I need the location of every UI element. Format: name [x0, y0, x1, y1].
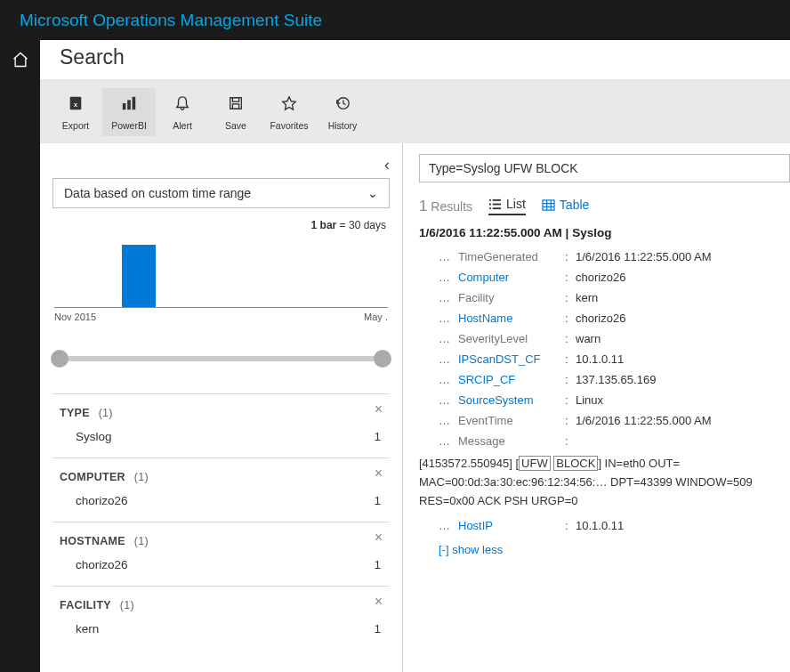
facet-close-icon[interactable]: × [375, 401, 383, 417]
field-key[interactable]: SRCIP_CF [458, 373, 565, 386]
facet-close-icon[interactable]: × [375, 530, 383, 546]
facet-value-label: chorizo26 [76, 558, 128, 571]
bar-chart [54, 237, 388, 308]
facet-value-label: Syslog [76, 430, 112, 443]
svg-rect-5 [230, 98, 242, 109]
facet-value-count: 1 [374, 430, 381, 443]
show-less-link[interactable]: [-] show less [439, 543, 790, 556]
field-actions-icon[interactable]: … [439, 373, 458, 386]
chevron-down-icon: ⌄ [367, 186, 378, 200]
time-range-select[interactable]: Data based on custom time range ⌄ [52, 178, 390, 208]
save-icon [228, 93, 244, 113]
field-actions-icon[interactable]: … [439, 271, 458, 284]
field-key[interactable]: Computer [458, 271, 565, 284]
export-icon: x [68, 93, 84, 113]
collapse-left-icon[interactable]: ‹ [52, 156, 390, 174]
app-title: Microsoft Operations Management Suite [0, 0, 790, 40]
record-field: …SeverityLevel:warn [419, 328, 790, 349]
record-message: [4153572.550945] [UFW BLOCK] IN=eth0 OUT… [419, 455, 790, 510]
record-field: …IPScanDST_CF:10.1.0.11 [419, 349, 790, 369]
facet-value-label: chorizo26 [76, 494, 128, 507]
field-actions-icon[interactable]: … [439, 393, 458, 407]
search-query-input[interactable]: Type=Syslog UFW BLOCK [419, 154, 790, 182]
field-value: chorizo26 [576, 312, 790, 325]
svg-rect-2 [123, 103, 126, 109]
record-field: …HostName:chorizo26 [419, 308, 790, 328]
powerbi-icon [121, 93, 137, 113]
field-actions-icon[interactable]: … [439, 352, 458, 366]
record-field: …Computer:chorizo26 [419, 267, 790, 287]
facet-close-icon[interactable]: × [375, 466, 383, 482]
facet-row[interactable]: chorizo261 [52, 483, 390, 509]
field-actions-icon[interactable]: … [439, 312, 458, 325]
toolbar-label: Favorites [270, 120, 308, 131]
field-key[interactable]: IPScanDST_CF [458, 352, 565, 366]
toolbar-label: Export [62, 120, 89, 131]
facet-row[interactable]: chorizo261 [52, 547, 390, 573]
facet-hostname: ×HOSTNAME (1)chorizo261 [52, 522, 390, 586]
facet-facility: ×FACILITY (1)kern1 [52, 586, 390, 650]
chart-legend: 1 bar = 30 days [52, 219, 386, 231]
powerbi-button[interactable]: PowerBI [102, 88, 156, 136]
field-actions-icon[interactable]: … [439, 291, 458, 304]
toolbar: xExportPowerBIAlertSaveFavoritesHistory [40, 79, 790, 143]
field-value: 1/6/2016 11:22:55.000 AM [576, 414, 790, 427]
slider-handle-left[interactable] [51, 350, 69, 368]
alert-icon [174, 93, 190, 113]
field-key[interactable]: SourceSystem [458, 393, 565, 407]
svg-rect-6 [232, 98, 238, 102]
favorites-icon [281, 93, 297, 113]
facet-title: TYPE (1) [52, 407, 390, 419]
tab-list-label: List [506, 197, 526, 211]
tab-table[interactable]: Table [542, 198, 589, 215]
toolbar-label: History [328, 120, 358, 131]
field-actions-icon[interactable]: … [439, 332, 458, 345]
list-icon [488, 198, 502, 210]
svg-rect-15 [543, 199, 554, 209]
facet-row[interactable]: Syslog1 [52, 419, 390, 445]
results-tabs: 1 Results List Table [419, 197, 790, 215]
field-value: kern [576, 291, 790, 304]
record-field: …Facility:kern [419, 287, 790, 308]
results-count: 1 Results [419, 198, 472, 215]
alert-button[interactable]: Alert [156, 88, 209, 136]
field-actions-icon[interactable]: … [439, 519, 458, 532]
facet-title: COMPUTER (1) [52, 471, 390, 483]
facet-computer: ×COMPUTER (1)chorizo261 [52, 457, 390, 522]
slider-handle-right[interactable] [374, 350, 391, 368]
table-icon [542, 199, 555, 211]
facet-value-count: 1 [374, 494, 381, 507]
facet-close-icon[interactable]: × [375, 594, 383, 610]
field-key: Facility [458, 291, 565, 304]
field-key[interactable]: HostIP [458, 519, 565, 532]
time-slider[interactable] [56, 349, 386, 376]
field-actions-icon[interactable]: … [439, 250, 458, 263]
svg-text:x: x [74, 101, 78, 109]
field-key: SeverityLevel [458, 332, 565, 345]
svg-rect-7 [232, 104, 238, 109]
field-value: 10.1.0.11 [576, 519, 790, 532]
toolbar-label: Save [225, 120, 246, 131]
facet-value-count: 1 [374, 558, 381, 571]
field-actions-icon[interactable]: … [439, 434, 458, 448]
facet-title: HOSTNAME (1) [52, 535, 390, 547]
field-key: Message [458, 434, 565, 448]
field-value: 1/6/2016 11:22:55.000 AM [576, 250, 790, 263]
facet-value-count: 1 [374, 622, 381, 636]
home-icon[interactable] [12, 51, 29, 72]
facet-row[interactable]: kern1 [52, 611, 390, 637]
history-button[interactable]: History [316, 88, 369, 136]
history-icon [335, 93, 351, 113]
record-field: …TimeGenerated:1/6/2016 11:22:55.000 AM [419, 247, 790, 267]
facet-type: ×TYPE (1)Syslog1 [52, 393, 390, 457]
field-actions-icon[interactable]: … [439, 414, 458, 427]
favorites-button[interactable]: Favorites [262, 88, 316, 136]
left-nav [0, 40, 40, 672]
field-key[interactable]: HostName [458, 312, 565, 325]
chart-bar [122, 245, 156, 307]
field-value: 137.135.65.169 [576, 373, 790, 386]
export-button[interactable]: xExport [49, 88, 102, 136]
save-button[interactable]: Save [209, 88, 262, 136]
field-value: chorizo26 [576, 271, 790, 284]
tab-list[interactable]: List [488, 197, 526, 215]
